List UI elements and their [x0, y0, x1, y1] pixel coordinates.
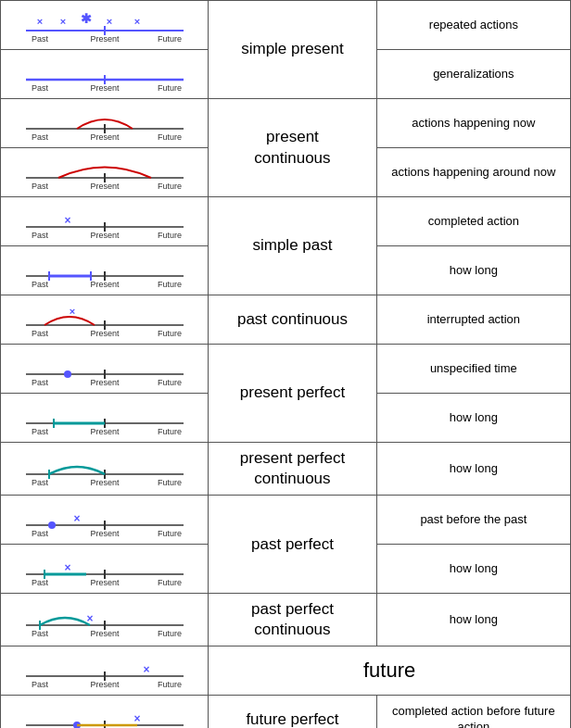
tense-label-present-perfect-continuous: present perfect continuous	[209, 443, 377, 496]
table-row: Past Present Future present perfect unsp…	[1, 345, 571, 394]
diagram-fut1: × Past Present Future	[1, 646, 209, 696]
svg-text:Present: Present	[90, 34, 120, 44]
svg-text:Past: Past	[32, 83, 49, 93]
tense-label-future-perfect: future perfect	[209, 696, 377, 728]
use-repeated-actions: repeated actions	[376, 1, 570, 50]
use-how-long-ppc: how long	[376, 443, 570, 496]
svg-text:Present: Present	[90, 231, 120, 240]
use-how-long-pastperf: how long	[376, 545, 570, 594]
tense-label-past-perfect: past perfect	[209, 496, 377, 594]
diagram-pastc1: × Past Present Future	[1, 295, 209, 345]
svg-text:Present: Present	[90, 280, 120, 289]
svg-text:Present: Present	[90, 427, 120, 436]
table-row: × Past Present Future future perfect com…	[1, 696, 571, 728]
svg-text:×: ×	[143, 663, 149, 676]
use-how-long-sp: how long	[376, 246, 570, 295]
svg-text:Present: Present	[90, 478, 120, 487]
svg-text:Past: Past	[32, 182, 49, 191]
svg-text:Future: Future	[158, 231, 182, 240]
svg-text:Past: Past	[32, 378, 49, 387]
svg-text:Present: Present	[90, 182, 120, 191]
diagram-pastperf2: × Past Present Future	[1, 545, 209, 594]
svg-text:Present: Present	[90, 680, 120, 689]
svg-text:Past: Past	[32, 578, 49, 587]
use-generalizations: generalizations	[376, 50, 570, 99]
svg-text:Future: Future	[158, 378, 182, 387]
svg-point-66	[48, 521, 56, 529]
svg-text:Future: Future	[158, 629, 182, 638]
svg-text:Past: Past	[32, 132, 49, 142]
table-row: × Past Present Future past perfect past …	[1, 496, 571, 545]
diagram-pastperf1: × Past Present Future	[1, 496, 209, 545]
use-how-long-pp: how long	[376, 394, 570, 443]
svg-text:Past: Past	[32, 231, 49, 240]
svg-text:×: ×	[133, 16, 139, 27]
diagram-futperf1: × Past Present Future	[1, 696, 209, 728]
svg-text:Future: Future	[158, 578, 182, 587]
diagram-pp1: Past Present Future	[1, 345, 209, 394]
tense-label-simple-present: simple present	[209, 1, 377, 99]
use-interrupted-action: interrupted action	[376, 295, 570, 345]
svg-text:×: ×	[133, 712, 140, 725]
svg-text:Present: Present	[90, 629, 120, 638]
diagram-ppc1: Past Present Future	[1, 443, 209, 496]
svg-text:×: ×	[73, 512, 80, 525]
svg-text:Present: Present	[90, 83, 120, 93]
tense-label-present-continuous: present continuous	[209, 99, 377, 197]
diagram-spa2: Past Present Future	[1, 246, 209, 295]
table-row: × Past Present Future past continuous in…	[1, 295, 571, 345]
table-row: × Past Present Future past perfect conti…	[1, 594, 571, 646]
use-completed-before-future: completed action before future action	[376, 696, 570, 728]
diagram-pp2: Past Present Future	[1, 394, 209, 443]
svg-text:Present: Present	[90, 329, 120, 338]
use-unspecified-time: unspecified time	[376, 345, 570, 394]
svg-text:Present: Present	[90, 529, 120, 538]
tense-table: × × ✱ × × Past Present Future simple pre…	[0, 0, 571, 728]
svg-text:Present: Present	[90, 132, 120, 142]
table-row: × × ✱ × × Past Present Future simple pre…	[1, 1, 571, 50]
svg-text:×: ×	[36, 16, 42, 27]
svg-text:✱: ✱	[81, 11, 92, 26]
svg-text:Future: Future	[158, 529, 182, 538]
svg-text:Past: Past	[32, 280, 49, 289]
svg-text:Future: Future	[158, 680, 182, 689]
svg-text:Future: Future	[158, 34, 182, 44]
svg-text:Past: Past	[32, 427, 49, 436]
use-completed-action: completed action	[376, 197, 570, 246]
svg-text:Future: Future	[158, 280, 182, 289]
tense-label-present-perfect: present perfect	[209, 345, 377, 443]
tense-label-past-continuous: past continuous	[209, 295, 377, 345]
diagram-spa1: × Past Present Future	[1, 197, 209, 246]
svg-text:Future: Future	[158, 83, 182, 93]
use-how-long-pastperfc: how long	[376, 594, 570, 646]
svg-text:Future: Future	[158, 478, 182, 487]
table-row: Past Present Future present perfect cont…	[1, 443, 571, 496]
table-row: × Past Present Future future	[1, 646, 571, 696]
svg-text:×: ×	[69, 306, 74, 317]
svg-point-47	[64, 370, 71, 378]
use-actions-happening-around-now: actions happening around now	[376, 148, 570, 197]
svg-text:Past: Past	[32, 680, 49, 689]
svg-text:×: ×	[106, 16, 111, 27]
diagram-pc2: Past Present Future	[1, 148, 209, 197]
table-row: Past Present Future present continuous a…	[1, 99, 571, 148]
svg-text:Past: Past	[32, 478, 49, 487]
svg-text:Future: Future	[158, 182, 182, 191]
diagram-pc1: Past Present Future	[1, 99, 209, 148]
use-actions-happening-now: actions happening now	[376, 99, 570, 148]
svg-text:Future: Future	[158, 427, 182, 436]
table-row: × Past Present Future simple past comple…	[1, 197, 571, 246]
svg-text:Past: Past	[32, 34, 49, 44]
svg-text:Past: Past	[32, 329, 49, 338]
use-past-before-past: past before the past	[376, 496, 570, 545]
tense-label-simple-past: simple past	[209, 197, 377, 295]
svg-text:Past: Past	[32, 529, 49, 538]
svg-text:Present: Present	[90, 378, 120, 387]
svg-text:Past: Past	[32, 629, 49, 638]
tense-label-future: future	[209, 646, 571, 696]
svg-text:×: ×	[64, 561, 70, 574]
tense-label-past-perfect-continuous: past perfect continuous	[209, 594, 377, 646]
svg-text:×: ×	[86, 612, 93, 625]
svg-text:Future: Future	[158, 329, 182, 338]
diagram-sp1: × × ✱ × × Past Present Future	[1, 1, 209, 50]
